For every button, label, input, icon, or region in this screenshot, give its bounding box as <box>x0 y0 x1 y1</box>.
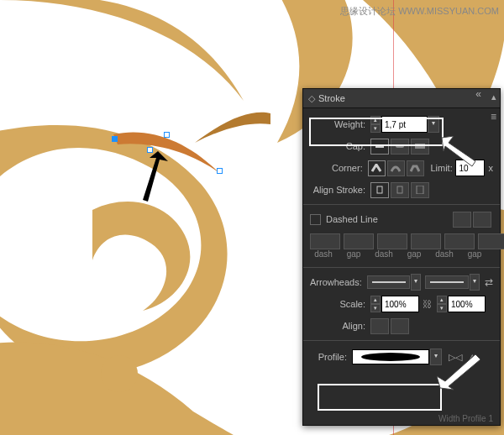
svg-rect-1 <box>375 144 384 148</box>
panel-header[interactable]: ◇ Stroke « ▴ <box>303 89 500 108</box>
cap-projecting-button[interactable] <box>411 139 429 155</box>
scale-row: Scale: ▴▾ ⛓ ▴▾ <box>303 293 500 315</box>
arrowheads-row: Arrowheads: ▾ ▾ ⇄ <box>303 271 500 293</box>
align-stroke-label: Align Stroke: <box>310 185 370 195</box>
panel-title: Stroke <box>318 93 345 103</box>
diamond-icon: ◇ <box>308 93 315 104</box>
svg-rect-5 <box>397 186 402 193</box>
close-icon[interactable]: ▴ <box>491 92 496 102</box>
dashed-checkbox[interactable] <box>310 214 321 225</box>
profile-select[interactable] <box>352 349 429 364</box>
arrowheads-label: Arrowheads: <box>310 277 367 287</box>
cap-round-button[interactable] <box>391 139 409 155</box>
profile-label: Profile: <box>310 352 352 362</box>
gap-input-2[interactable] <box>411 233 441 249</box>
weight-stepper[interactable]: ▴▾ <box>370 116 381 133</box>
anchor-point[interactable] <box>112 136 118 142</box>
scale-end-input[interactable] <box>448 296 486 312</box>
swap-arrows-icon[interactable]: ⇄ <box>485 276 493 288</box>
corner-label: Corner: <box>310 163 368 173</box>
gap-input-3[interactable] <box>478 233 504 249</box>
anchor-point[interactable] <box>217 168 223 174</box>
watermark: 思缘设计论坛 WWW.MISSYUAN.COM <box>340 5 499 18</box>
svg-rect-6 <box>417 186 423 194</box>
arrow-start-select[interactable] <box>367 275 411 289</box>
svg-rect-2 <box>396 144 404 148</box>
arrow-align-row: Align: <box>303 315 500 337</box>
svg-rect-4 <box>377 186 382 193</box>
cap-label: Cap: <box>310 141 370 151</box>
dashed-label: Dashed Line <box>326 214 378 224</box>
profile-name: Width Profile 1 <box>438 414 493 423</box>
dash-input-1[interactable] <box>310 233 340 249</box>
arrow-start-dd[interactable]: ▾ <box>411 274 421 291</box>
corner-miter-button[interactable] <box>368 160 386 176</box>
scale-start-stepper[interactable]: ▴▾ <box>370 296 381 312</box>
annotation-arrow-white-1 <box>440 136 482 170</box>
svg-marker-7 <box>442 136 475 166</box>
dash-fields <box>303 230 500 249</box>
weight-input[interactable] <box>381 116 428 133</box>
anchor-point[interactable] <box>164 132 170 138</box>
arrow-end-dd[interactable]: ▾ <box>470 274 480 291</box>
svg-marker-0 <box>143 151 168 202</box>
svg-rect-3 <box>415 144 425 149</box>
weight-label: Weight: <box>310 119 370 129</box>
cap-butt-button[interactable] <box>370 139 389 155</box>
dash-labels: dash gap dash gap dash gap <box>303 249 500 264</box>
arrow-align-extend-button[interactable] <box>370 318 389 334</box>
arrow-align-tip-button[interactable] <box>391 318 409 334</box>
weight-row: Weight: ▴▾ ▾ <box>303 113 500 135</box>
annotation-arrow-white-2 <box>437 351 484 393</box>
link-icon[interactable]: ⛓ <box>423 299 432 309</box>
scale-label: Scale: <box>310 299 370 309</box>
scale-start-input[interactable] <box>381 296 419 312</box>
gap-input-1[interactable] <box>344 233 374 249</box>
limit-unit: x <box>488 163 493 173</box>
align-inside-button[interactable] <box>391 182 409 198</box>
dashed-row: Dashed Line <box>303 208 500 230</box>
corner-bevel-button[interactable] <box>407 160 424 176</box>
weight-dropdown[interactable]: ▾ <box>428 116 439 133</box>
arrow-align-label: Align: <box>310 321 370 331</box>
arrow-end-select[interactable] <box>425 275 469 289</box>
corner-round-button[interactable] <box>387 160 405 176</box>
annotation-arrow <box>133 151 175 210</box>
dash-input-3[interactable] <box>444 233 475 249</box>
align-center-button[interactable] <box>370 182 389 198</box>
collapse-icon[interactable]: « <box>475 88 481 100</box>
svg-marker-8 <box>437 354 480 390</box>
align-stroke-row: Align Stroke: <box>303 179 500 201</box>
dash-align-button[interactable] <box>473 212 491 228</box>
dash-input-2[interactable] <box>377 233 407 249</box>
align-outside-button[interactable] <box>411 182 429 198</box>
dash-preserve-button[interactable] <box>453 212 471 228</box>
scale-end-stepper[interactable]: ▴▾ <box>437 296 447 312</box>
